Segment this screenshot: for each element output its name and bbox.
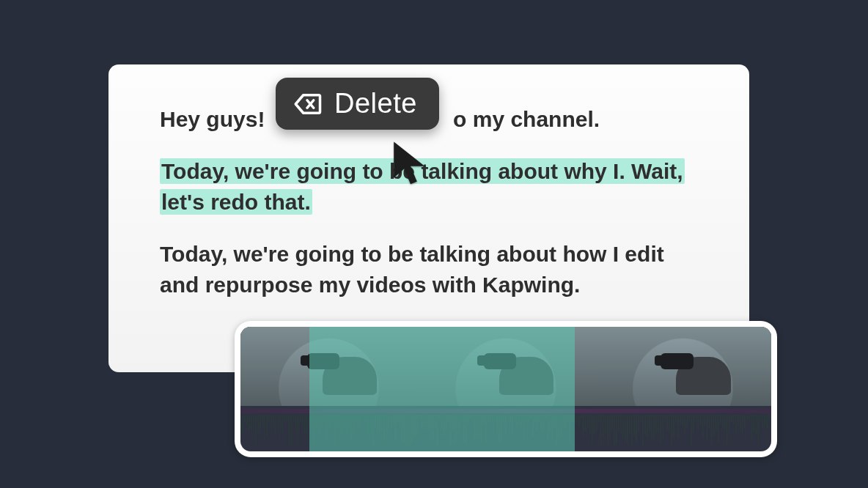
transcript-text: o my channel. bbox=[453, 107, 600, 131]
timeline-panel bbox=[235, 321, 777, 457]
backspace-icon bbox=[292, 89, 323, 119]
delete-button[interactable]: Delete bbox=[334, 88, 417, 119]
transcript-text: Today, we're going to be talking about h… bbox=[160, 242, 664, 296]
transcript-line[interactable]: Today, we're going to be talking about h… bbox=[160, 239, 704, 300]
transcript-text: Hey guys! bbox=[160, 107, 271, 131]
cursor-icon bbox=[389, 139, 433, 191]
audio-waveform bbox=[240, 406, 771, 451]
video-thumbnails bbox=[240, 327, 771, 406]
video-frame bbox=[595, 327, 771, 406]
video-frame bbox=[240, 327, 417, 406]
timeline-track[interactable] bbox=[240, 327, 771, 451]
waveform-svg bbox=[240, 406, 771, 451]
context-menu: Delete bbox=[276, 78, 439, 130]
video-frame bbox=[417, 327, 594, 406]
